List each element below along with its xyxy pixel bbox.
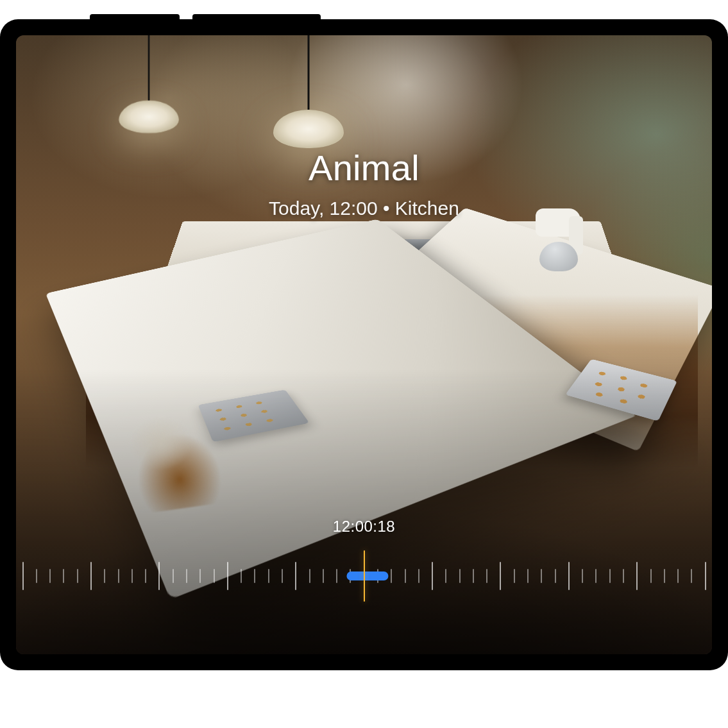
timeline-tick-minor: [616, 554, 630, 598]
timeline-tick-minor: [98, 554, 112, 598]
phone-button-top-2: [192, 14, 321, 19]
timeline-track[interactable]: [16, 554, 712, 598]
timeline-tick-minor: [480, 554, 494, 598]
timeline-tick-minor: [166, 554, 180, 598]
timeline-tick-minor: [125, 554, 139, 598]
timeline-tick-minor: [644, 554, 657, 598]
timeline-tick-minor: [139, 554, 153, 598]
timeline-tick-minor: [439, 554, 453, 598]
timeline-tick-minor: [453, 554, 466, 598]
timeline-tick-minor: [207, 554, 221, 598]
timeline-tick-minor: [194, 554, 207, 598]
phone-frame: Animal Today, 12:00 • Kitchen 12:00:18: [0, 19, 728, 670]
timeline-playhead[interactable]: [364, 550, 365, 602]
timeline-event-clip[interactable]: [346, 571, 388, 580]
timeline-tick-major: [153, 554, 166, 598]
timeline-tick-minor: [466, 554, 480, 598]
timeline-tick-minor: [30, 554, 43, 598]
timeline-tick-minor: [330, 554, 343, 598]
timeline-tick-minor: [548, 554, 562, 598]
timeline-tick-minor: [685, 554, 698, 598]
timeline-tick-minor: [248, 554, 262, 598]
pendant-lamp-icon: [273, 110, 344, 148]
timeline-tick-minor: [657, 554, 671, 598]
timeline-tick-minor: [603, 554, 616, 598]
stand-mixer-icon: [536, 208, 587, 279]
dog-icon: [121, 407, 224, 515]
playhead-time: 12:00:18: [16, 518, 712, 536]
timeline-tick-minor: [180, 554, 193, 598]
timeline-tick-minor: [57, 554, 71, 598]
timeline-tick-minor: [507, 554, 521, 598]
timeline-tick-minor: [316, 554, 330, 598]
timeline-tick-major: [494, 554, 507, 598]
pendant-lamp-icon: [119, 100, 179, 133]
timeline-tick-minor: [262, 554, 275, 598]
timeline-tick-minor: [535, 554, 548, 598]
timeline-tick-major: [562, 554, 575, 598]
timeline-tick-minor: [398, 554, 412, 598]
timeline-tick-major: [84, 554, 97, 598]
camera-feed-screen[interactable]: Animal Today, 12:00 • Kitchen 12:00:18: [16, 35, 712, 654]
timeline: 12:00:18: [16, 518, 712, 614]
timeline-tick-minor: [672, 554, 685, 598]
timeline-tick-minor: [521, 554, 534, 598]
timeline-tick-major: [289, 554, 303, 598]
timeline-tick-minor: [412, 554, 425, 598]
timeline-tick-minor: [303, 554, 316, 598]
timeline-tick-major: [631, 554, 644, 598]
timeline-tick-minor: [576, 554, 589, 598]
timeline-tick-major: [698, 554, 712, 598]
timeline-tick-minor: [112, 554, 125, 598]
timeline-tick-minor: [71, 554, 84, 598]
timeline-tick-major: [425, 554, 439, 598]
timeline-tick-minor: [275, 554, 289, 598]
timeline-tick-major: [16, 554, 30, 598]
timeline-tick-minor: [589, 554, 603, 598]
timeline-tick-minor: [235, 554, 248, 598]
timeline-tick-major: [221, 554, 234, 598]
timeline-tick-minor: [44, 554, 57, 598]
phone-button-top-1: [90, 14, 180, 19]
